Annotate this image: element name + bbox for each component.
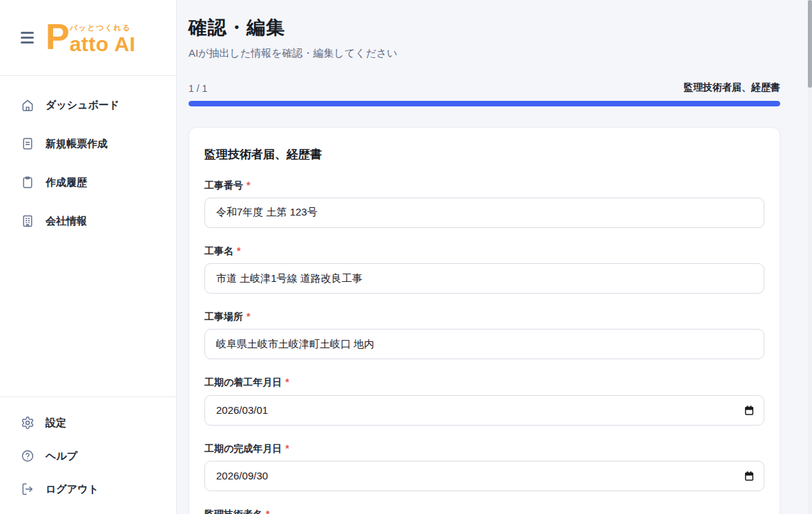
clipboard-icon <box>21 175 35 189</box>
progress-header: 1 / 1 監理技術者届、経歴書 <box>188 82 780 94</box>
scrollbar-thumb[interactable] <box>808 0 812 88</box>
page-subtitle: AIが抽出した情報を確認・編集してください <box>188 46 780 60</box>
field-kanri-gijutsusha: 監理技術者名 * <box>204 508 764 514</box>
logout-icon <box>21 482 35 496</box>
hamburger-menu-icon[interactable] <box>21 29 34 46</box>
field-koji-basho: 工事場所 * <box>204 310 764 359</box>
building-icon <box>21 214 35 228</box>
home-icon <box>21 98 35 112</box>
field-label: 工事番号 <box>204 179 243 191</box>
field-chakko-date: 工期の着工年月日 * <box>204 376 764 425</box>
sidebar-item-label: ダッシュボード <box>46 99 119 112</box>
form-card: 監理技術者届、経歴書 工事番号 * 工事名 * 工事場所 * <box>188 127 780 514</box>
koji-mei-input[interactable] <box>204 263 764 294</box>
sidebar-header: P パッとつくれる atto AI <box>0 0 176 76</box>
progress-bar <box>188 101 780 106</box>
sidebar-item-company-info[interactable]: 会社情報 <box>0 202 176 240</box>
field-label: 工事場所 <box>204 310 243 323</box>
step-indicator: 1 / 1 <box>188 83 207 94</box>
gear-icon <box>21 416 35 430</box>
sidebar-item-settings[interactable]: 設定 <box>0 406 176 439</box>
required-asterisk: * <box>285 442 289 455</box>
help-icon <box>21 449 35 463</box>
field-koji-mei: 工事名 * <box>204 245 764 294</box>
sidebar: P パッとつくれる atto AI ダッシュボード 新規帳票作成 <box>0 0 177 514</box>
sidebar-footer: 設定 ヘルプ ログアウト <box>0 397 176 514</box>
logo-tagline: パッとつくれる <box>70 23 131 33</box>
progress-document-name: 監理技術者届、経歴書 <box>684 82 780 94</box>
sidebar-item-label: 新規帳票作成 <box>46 137 108 151</box>
required-asterisk: * <box>285 376 289 388</box>
sidebar-item-help[interactable]: ヘルプ <box>0 439 176 473</box>
patto-ai-logo[interactable]: P パッとつくれる atto AI <box>46 21 135 55</box>
chakko-date-input[interactable] <box>204 395 764 426</box>
field-label: 工事名 <box>204 245 233 257</box>
koji-bango-input[interactable] <box>204 198 764 228</box>
koji-basho-input[interactable] <box>204 329 764 359</box>
logo-brand-text: atto AI <box>70 33 136 55</box>
calendar-icon[interactable] <box>744 405 755 416</box>
sidebar-nav: ダッシュボード 新規帳票作成 作成履歴 会社情報 <box>0 76 176 240</box>
progress-bar-fill <box>188 101 780 106</box>
kansei-date-input[interactable] <box>204 461 764 491</box>
logo-initial: P <box>46 21 69 54</box>
sidebar-item-dashboard[interactable]: ダッシュボード <box>0 86 176 124</box>
field-kansei-date: 工期の完成年月日 * <box>204 442 764 491</box>
sidebar-item-new-form[interactable]: 新規帳票作成 <box>0 124 176 163</box>
calendar-icon[interactable] <box>744 470 755 482</box>
field-label: 監理技術者名 <box>204 508 262 514</box>
document-icon <box>21 137 35 151</box>
sidebar-item-label: 設定 <box>46 417 66 430</box>
main-content: 確認・編集 AIが抽出した情報を確認・編集してください 1 / 1 監理技術者届… <box>177 0 812 514</box>
sidebar-item-logout[interactable]: ログアウト <box>0 473 176 506</box>
field-label: 工期の着工年月日 <box>204 376 282 388</box>
required-asterisk: * <box>246 179 250 191</box>
required-asterisk: * <box>266 508 269 514</box>
sidebar-item-label: ヘルプ <box>46 450 77 463</box>
required-asterisk: * <box>237 245 240 257</box>
sidebar-item-label: ログアウト <box>46 483 99 496</box>
sidebar-item-label: 作成履歴 <box>46 176 87 189</box>
form-card-heading: 監理技術者届、経歴書 <box>204 146 764 162</box>
field-koji-bango: 工事番号 * <box>204 179 764 228</box>
vertical-scrollbar[interactable] <box>808 0 812 514</box>
field-label: 工期の完成年月日 <box>204 442 282 455</box>
sidebar-item-label: 会社情報 <box>46 215 87 228</box>
page-title: 確認・編集 <box>188 17 780 40</box>
required-asterisk: * <box>246 310 250 323</box>
sidebar-item-history[interactable]: 作成履歴 <box>0 163 176 202</box>
